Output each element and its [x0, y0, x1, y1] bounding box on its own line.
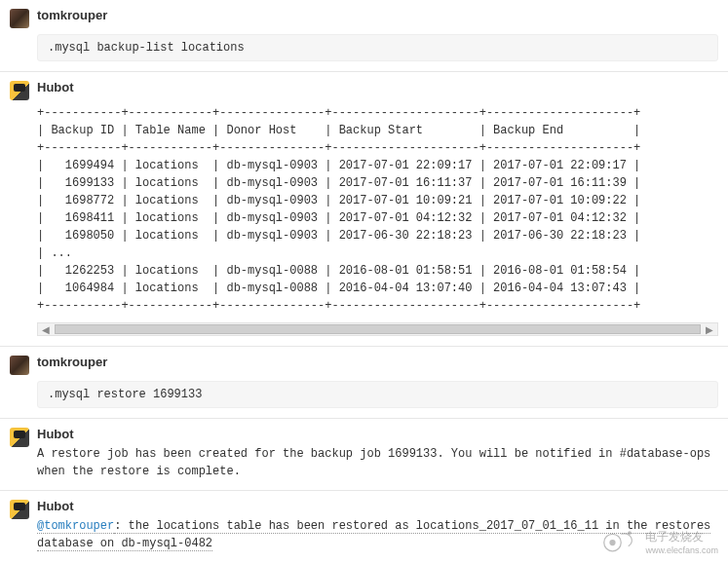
message-header: Hubot @tomkrouper: the locations table h…: [10, 499, 718, 552]
chat-message: Hubot A restore job has been created for…: [0, 418, 728, 490]
avatar: [10, 9, 29, 28]
message-header: Hubot A restore job has been created for…: [10, 427, 718, 480]
message-header: tomkrouper: [10, 8, 718, 28]
avatar: [10, 356, 29, 375]
ascii-table-container: +-----------+------------+--------------…: [37, 104, 718, 317]
bot-message-text: A restore job has been created for the b…: [37, 445, 718, 480]
chat-message: tomkrouper .mysql restore 1699133: [0, 346, 728, 418]
message-body: tomkrouper: [37, 8, 718, 24]
username: tomkrouper: [37, 8, 718, 24]
bot-message-text: @tomkrouper: the locations table has bee…: [37, 517, 718, 552]
message-body: tomkrouper: [37, 355, 718, 371]
chat-message: Hubot @tomkrouper: the locations table h…: [0, 490, 728, 562]
ascii-scroll[interactable]: +-----------+------------+--------------…: [37, 104, 718, 317]
username: Hubot: [37, 499, 718, 515]
avatar: [10, 81, 29, 100]
user-mention[interactable]: @tomkrouper: [37, 519, 114, 534]
message-body: Hubot A restore job has been created for…: [37, 427, 718, 480]
command-block: .mysql backup-list locations: [37, 34, 718, 61]
message-header: Hubot: [10, 80, 718, 100]
restored-name-hint: : the locations table has been restored …: [37, 519, 710, 551]
command-block: .mysql restore 1699133: [37, 381, 718, 408]
username: Hubot: [37, 427, 718, 443]
scroll-left-arrow-icon[interactable]: ◀: [38, 323, 54, 335]
username: Hubot: [37, 80, 718, 96]
ascii-table: +-----------+------------+--------------…: [37, 104, 718, 315]
avatar: [10, 500, 29, 519]
message-header: tomkrouper: [10, 355, 718, 375]
chat-message: Hubot +-----------+------------+--------…: [0, 71, 728, 346]
horizontal-scrollbar[interactable]: ◀ ▶: [37, 322, 718, 336]
message-body: Hubot @tomkrouper: the locations table h…: [37, 499, 718, 552]
avatar: [10, 428, 29, 447]
chat-message: tomkrouper .mysql backup-list locations: [0, 0, 728, 71]
username: tomkrouper: [37, 355, 718, 371]
scroll-right-arrow-icon[interactable]: ▶: [702, 323, 717, 335]
scrollbar-thumb[interactable]: [55, 324, 701, 334]
message-body: Hubot: [37, 80, 718, 96]
